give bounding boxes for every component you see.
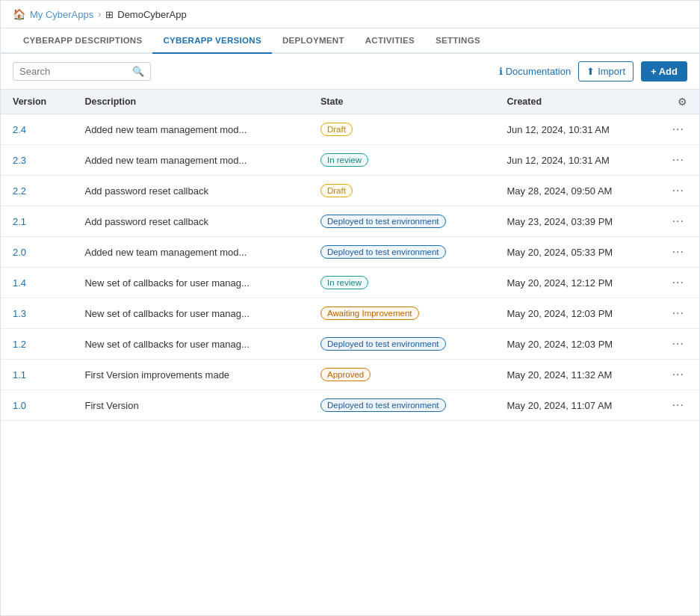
row-more-button[interactable]: ··· — [669, 121, 687, 138]
cell-description: Added new team management mod... — [72, 114, 309, 145]
search-icon-button[interactable]: 🔍 — [132, 66, 144, 77]
row-more-button[interactable]: ··· — [669, 213, 687, 230]
versions-table: Version Description State Created ⚙ 2.4 … — [1, 89, 699, 421]
row-more-button[interactable]: ··· — [669, 244, 687, 260]
breadcrumb-current: ⊞ DemoCyberApp — [105, 9, 187, 20]
state-badge: In review — [320, 276, 368, 289]
table-row: 1.0 First Version Deployed to test envir… — [1, 390, 699, 421]
cell-version: 1.3 — [1, 298, 72, 329]
state-badge: Draft — [320, 123, 353, 136]
cell-version: 1.0 — [1, 390, 72, 421]
breadcrumb-bar: 🏠 My CyberApps › ⊞ DemoCyberApp — [1, 1, 699, 28]
col-version: Version — [1, 90, 72, 114]
cell-created: May 20, 2024, 11:07 AM — [495, 390, 657, 421]
cell-created: May 28, 2024, 09:50 AM — [495, 176, 657, 206]
cell-created: Jun 12, 2024, 10:31 AM — [495, 145, 657, 176]
table-row: 1.2 New set of callbacks for user manag.… — [1, 329, 699, 360]
app-grid-icon: ⊞ — [105, 9, 114, 20]
tab-descriptions[interactable]: CYBERAPP DESCRIPTIONS — [13, 28, 152, 54]
cell-version: 2.1 — [1, 206, 72, 237]
cell-version: 2.2 — [1, 176, 72, 206]
tab-activities[interactable]: ACTIVITIES — [355, 28, 425, 54]
state-badge: Deployed to test environment — [320, 245, 446, 259]
version-link[interactable]: 1.1 — [13, 369, 26, 381]
cell-version: 2.0 — [1, 237, 72, 268]
home-icon: 🏠 — [13, 8, 25, 20]
cell-state: Draft — [309, 114, 495, 145]
col-state: State — [309, 90, 495, 114]
cell-state: In review — [309, 268, 495, 298]
cell-description: Added new team management mod... — [72, 145, 309, 176]
cell-description: First Version improvements made — [72, 360, 309, 390]
tab-versions[interactable]: CYBERAPP VERSIONS — [152, 28, 271, 54]
info-icon: ℹ — [499, 66, 503, 77]
version-link[interactable]: 2.4 — [13, 124, 26, 135]
toolbar: 🔍 ℹ Documentation ⬆ Import + Add — [1, 54, 699, 89]
app-container: 🏠 My CyberApps › ⊞ DemoCyberApp CYBERAPP… — [0, 0, 700, 616]
nav-tabs: CYBERAPP DESCRIPTIONS CYBERAPP VERSIONS … — [1, 28, 699, 54]
cell-state: In review — [309, 145, 495, 176]
breadcrumb-home-link[interactable]: My CyberApps — [30, 9, 93, 20]
toolbar-actions: ℹ Documentation ⬆ Import + Add — [499, 61, 687, 81]
state-badge: Approved — [320, 368, 371, 381]
version-link[interactable]: 2.3 — [13, 155, 26, 166]
cell-state: Deployed to test environment — [309, 390, 495, 421]
table-row: 2.1 Add password reset callback Deployed… — [1, 206, 699, 237]
cell-state: Approved — [309, 360, 495, 390]
cell-version: 1.1 — [1, 360, 72, 390]
version-link[interactable]: 1.3 — [13, 308, 26, 319]
state-badge: In review — [320, 153, 368, 167]
cell-version: 1.2 — [1, 329, 72, 360]
row-more-button[interactable]: ··· — [669, 397, 687, 413]
tab-deployment[interactable]: DEPLOYMENT — [272, 28, 355, 54]
import-icon: ⬆ — [586, 66, 595, 77]
tab-settings[interactable]: SETTINGS — [425, 28, 491, 54]
cell-state: Deployed to test environment — [309, 329, 495, 360]
col-description: Description — [72, 90, 309, 114]
documentation-button[interactable]: ℹ Documentation — [499, 66, 571, 77]
cell-version: 2.4 — [1, 114, 72, 145]
cell-created: May 20, 2024, 12:12 PM — [495, 268, 657, 298]
cell-actions: ··· — [657, 114, 699, 145]
version-link[interactable]: 1.4 — [13, 277, 26, 289]
table-row: 2.0 Added new team management mod... Dep… — [1, 237, 699, 268]
version-link[interactable]: 1.0 — [13, 400, 26, 411]
table-row: 1.1 First Version improvements made Appr… — [1, 360, 699, 390]
row-more-button[interactable]: ··· — [669, 152, 687, 168]
table-row: 2.2 Add password reset callback Draft Ma… — [1, 176, 699, 206]
version-link[interactable]: 1.2 — [13, 339, 26, 350]
cell-actions: ··· — [657, 145, 699, 176]
cell-created: Jun 12, 2024, 10:31 AM — [495, 114, 657, 145]
table-row: 1.4 New set of callbacks for user manag.… — [1, 268, 699, 298]
cell-description: New set of callbacks for user manag... — [72, 298, 309, 329]
cell-description: Add password reset callback — [72, 206, 309, 237]
cell-created: May 23, 2024, 03:39 PM — [495, 206, 657, 237]
search-box[interactable]: 🔍 — [13, 62, 151, 81]
row-more-button[interactable]: ··· — [669, 274, 687, 291]
cell-created: May 20, 2024, 11:32 AM — [495, 360, 657, 390]
version-link[interactable]: 2.1 — [13, 216, 26, 227]
cell-description: New set of callbacks for user manag... — [72, 329, 309, 360]
cell-actions: ··· — [657, 329, 699, 360]
import-button[interactable]: ⬆ Import — [578, 61, 634, 81]
cell-actions: ··· — [657, 206, 699, 237]
row-more-button[interactable]: ··· — [669, 305, 687, 321]
cell-version: 1.4 — [1, 268, 72, 298]
column-settings-button[interactable]: ⚙ — [678, 96, 687, 108]
search-input[interactable] — [19, 66, 129, 77]
col-created: Created — [495, 90, 657, 114]
cell-created: May 20, 2024, 12:03 PM — [495, 329, 657, 360]
version-link[interactable]: 2.0 — [13, 247, 26, 258]
row-more-button[interactable]: ··· — [669, 366, 687, 383]
row-more-button[interactable]: ··· — [669, 182, 687, 199]
cell-description: Add password reset callback — [72, 176, 309, 206]
version-link[interactable]: 2.2 — [13, 185, 26, 197]
row-more-button[interactable]: ··· — [669, 336, 687, 352]
cell-actions: ··· — [657, 298, 699, 329]
state-badge: Awaiting Improvement — [320, 307, 419, 320]
cell-actions: ··· — [657, 176, 699, 206]
cell-state: Draft — [309, 176, 495, 206]
cell-actions: ··· — [657, 237, 699, 268]
state-badge: Draft — [320, 184, 353, 197]
add-button[interactable]: + Add — [641, 61, 687, 81]
